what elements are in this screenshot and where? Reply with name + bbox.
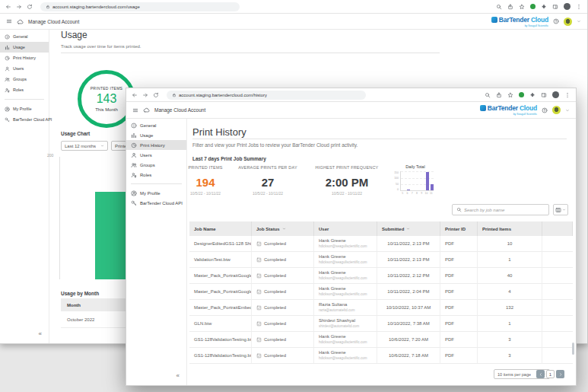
help-icon[interactable] xyxy=(542,107,548,113)
table-row[interactable]: ValidationTest.btwCompletedHank Greenehd… xyxy=(189,252,573,268)
share-icon[interactable] xyxy=(507,4,513,10)
check-square-icon xyxy=(256,257,262,263)
sidebar-collapse-button[interactable]: « xyxy=(176,372,180,379)
sidebar-item-label: Groups xyxy=(13,77,27,81)
logo-mark-icon xyxy=(491,17,497,23)
extension-status-icon[interactable] xyxy=(519,92,524,97)
sidebar-item-usage[interactable]: Usage xyxy=(0,42,49,53)
browser-forward-icon[interactable] xyxy=(142,92,148,98)
extensions-puzzle-icon[interactable] xyxy=(529,92,536,98)
sidebar-item-general[interactable]: General xyxy=(126,120,186,130)
side-panel-icon[interactable] xyxy=(541,92,547,98)
submitted-cell: 10/11/2022, 2:13 PM xyxy=(377,236,440,251)
sidebar-item-users[interactable]: Users xyxy=(0,63,49,74)
column-header-printed-items[interactable]: Printed Items xyxy=(478,221,542,236)
column-header-printer-id[interactable]: Printer ID xyxy=(440,221,478,236)
range-filter-select[interactable]: Last 12 months xyxy=(61,141,108,151)
sidebar-item-usage[interactable]: Usage xyxy=(126,130,186,140)
app-title: Manage Cloud Account xyxy=(28,19,79,24)
row-actions-cell xyxy=(542,284,573,299)
column-header-label: User xyxy=(319,227,329,231)
current-page-button[interactable]: 1 xyxy=(546,370,555,378)
extensions-puzzle-icon[interactable] xyxy=(541,4,547,10)
sidebar-item-label: Usage xyxy=(13,45,25,49)
browser-menu-icon[interactable] xyxy=(564,92,571,98)
next-page-button[interactable] xyxy=(556,370,564,378)
sidebar-item-bartender-cloud-api[interactable]: BarTender Cloud API xyxy=(126,198,186,208)
sidebar-collapse-button[interactable]: « xyxy=(39,330,42,337)
row-actions-cell xyxy=(542,252,573,267)
table-header-row: Job NameJob StatusUserSubmittedPrinter I… xyxy=(189,221,573,236)
address-bar[interactable]: account.staging.bartendercloud.com/usage xyxy=(40,2,240,11)
prev-page-button[interactable] xyxy=(536,370,545,378)
browser-reload-icon[interactable] xyxy=(27,4,33,10)
table-row[interactable]: DesignerEditedGS1-128 Ship...CompletedHa… xyxy=(189,236,573,252)
search-icon[interactable] xyxy=(496,4,502,10)
sidebar-item-roles[interactable]: Roles xyxy=(0,84,49,95)
extension-status-icon[interactable] xyxy=(530,4,536,9)
sidebar-item-print-history[interactable]: Print History xyxy=(126,140,186,150)
sidebar-item-label: Users xyxy=(140,153,152,158)
sidebar-item-label: Users xyxy=(13,66,24,71)
profile-icon xyxy=(131,190,137,196)
job-status-cell: Completed xyxy=(252,332,314,347)
page-subtitle: Track usage over time for items printed. xyxy=(61,44,141,49)
sidebar-item-users[interactable]: Users xyxy=(126,150,186,160)
help-icon[interactable] xyxy=(553,18,559,24)
chevron-down-icon[interactable] xyxy=(565,108,570,113)
hamburger-menu-icon[interactable] xyxy=(132,107,138,113)
bookmark-star-icon[interactable] xyxy=(519,4,525,10)
table-row[interactable]: Master_Pack_PortraitEmbed...CompletedRaz… xyxy=(189,300,573,316)
address-bar[interactable]: account.staging.bartendercloud.com/histo… xyxy=(167,91,366,100)
browser-back-icon[interactable] xyxy=(5,4,11,10)
user-avatar[interactable] xyxy=(552,106,561,114)
side-panel-icon[interactable] xyxy=(552,4,558,10)
column-header-label: Printed Items xyxy=(482,227,511,231)
browser-profile-avatar[interactable] xyxy=(552,91,559,98)
column-header-user[interactable]: User xyxy=(314,221,377,236)
sidebar-item-groups[interactable]: Groups xyxy=(0,74,49,84)
column-header-label: Job Status xyxy=(256,227,280,231)
search-box[interactable] xyxy=(452,204,549,215)
daily-total-title: Daily Total xyxy=(394,164,437,169)
table-row[interactable]: Master_Pack_PortraitGoogle...CompletedHa… xyxy=(189,268,573,284)
user-avatar[interactable] xyxy=(564,18,572,26)
browser-back-icon[interactable] xyxy=(132,92,138,98)
user-name: Hank Greene xyxy=(319,334,346,340)
table-row[interactable]: GS1-128ValidationTesting.btwCompletedHan… xyxy=(189,348,573,364)
sidebar-item-my-profile[interactable]: My Profile xyxy=(0,104,49,114)
bookmark-star-icon[interactable] xyxy=(507,92,513,98)
submitted-cell: 10/11/2022, 2:13 PM xyxy=(377,252,440,267)
browser-reload-icon[interactable] xyxy=(153,92,159,98)
scrollbar-thumb[interactable] xyxy=(572,343,574,355)
user-icon xyxy=(5,66,10,72)
usage-bar xyxy=(95,192,126,279)
column-header-job-status[interactable]: Job Status xyxy=(252,221,314,236)
table-row[interactable]: Master_Pack_PortraitGoogle...CompletedHa… xyxy=(189,284,573,300)
sidebar-item-bartender-cloud-api[interactable]: BarTender Cloud API xyxy=(0,114,49,125)
app-title: Manage Cloud Account xyxy=(154,107,205,113)
table-row[interactable]: GLN.btwCompletedShirdevi Shashyalshirdev… xyxy=(189,316,573,332)
sidebar-item-print-history[interactable]: Print History xyxy=(0,53,49,63)
browser-profile-avatar[interactable] xyxy=(564,3,571,10)
column-settings-button[interactable] xyxy=(553,204,568,215)
printed-items-cell: 4 xyxy=(478,284,542,299)
printer-id-cell: PDF xyxy=(440,348,478,363)
search-icon[interactable] xyxy=(485,92,491,98)
sidebar: GeneralUsagePrint HistoryUsersGroupsRole… xyxy=(126,119,187,385)
sidebar-item-label: Print History xyxy=(13,56,36,60)
mini-chart-bar xyxy=(426,172,429,190)
info-icon xyxy=(5,34,10,40)
column-header-job-name[interactable]: Job Name xyxy=(189,221,252,236)
share-icon[interactable] xyxy=(496,92,502,98)
browser-menu-icon[interactable] xyxy=(576,4,582,10)
browser-forward-icon[interactable] xyxy=(16,4,22,10)
sidebar-item-general[interactable]: General xyxy=(0,31,49,42)
chevron-down-icon[interactable] xyxy=(577,19,581,24)
table-row[interactable]: GS1-128ValidationTesting.btwCompletedHan… xyxy=(189,332,573,348)
job-status-cell: Completed xyxy=(252,236,314,251)
mini-chart-ytick: 50 xyxy=(394,183,399,186)
column-header-submitted[interactable]: Submitted xyxy=(377,221,440,236)
search-input[interactable] xyxy=(464,208,545,212)
hamburger-menu-icon[interactable] xyxy=(6,18,12,24)
